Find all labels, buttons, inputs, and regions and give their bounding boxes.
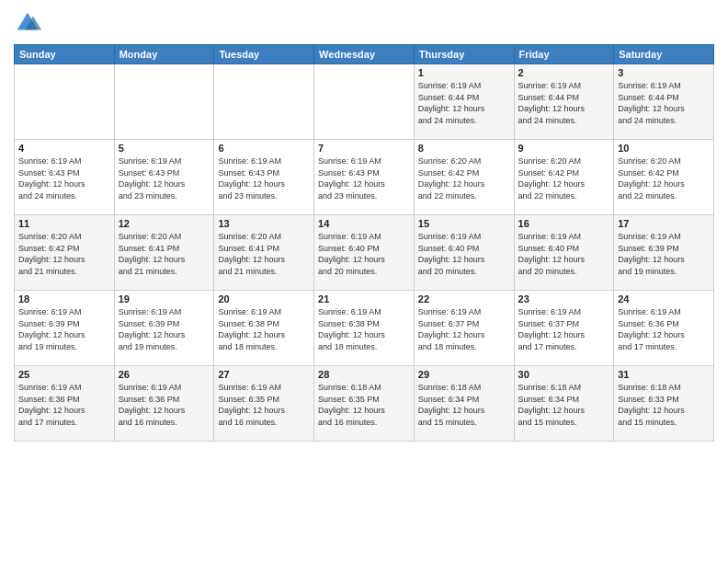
day-info: Sunrise: 6:19 AM Sunset: 6:43 PM Dayligh… <box>318 155 410 201</box>
day-number: 22 <box>418 293 510 304</box>
day-number: 28 <box>318 369 410 380</box>
day-cell <box>114 64 214 140</box>
day-info: Sunrise: 6:19 AM Sunset: 6:44 PM Dayligh… <box>618 80 710 126</box>
col-header-friday: Friday <box>514 45 614 64</box>
day-info: Sunrise: 6:19 AM Sunset: 6:36 PM Dayligh… <box>618 306 710 352</box>
day-cell: 26Sunrise: 6:19 AM Sunset: 6:36 PM Dayli… <box>114 366 214 442</box>
day-cell: 1Sunrise: 6:19 AM Sunset: 6:44 PM Daylig… <box>414 64 514 140</box>
day-cell: 19Sunrise: 6:19 AM Sunset: 6:39 PM Dayli… <box>114 291 214 366</box>
day-number: 9 <box>518 143 610 154</box>
day-info: Sunrise: 6:19 AM Sunset: 6:43 PM Dayligh… <box>119 155 210 201</box>
day-number: 13 <box>218 218 310 229</box>
day-number: 15 <box>418 218 510 229</box>
day-info: Sunrise: 6:19 AM Sunset: 6:37 PM Dayligh… <box>518 306 610 352</box>
day-number: 1 <box>418 67 510 78</box>
day-number: 24 <box>618 293 710 304</box>
day-cell: 24Sunrise: 6:19 AM Sunset: 6:36 PM Dayli… <box>614 291 714 366</box>
day-number: 23 <box>518 293 610 304</box>
day-number: 7 <box>318 143 410 154</box>
day-number: 4 <box>18 143 110 154</box>
day-cell: 29Sunrise: 6:18 AM Sunset: 6:34 PM Dayli… <box>414 366 514 442</box>
day-info: Sunrise: 6:19 AM Sunset: 6:35 PM Dayligh… <box>218 382 310 428</box>
logo-icon <box>14 9 41 37</box>
day-cell: 25Sunrise: 6:19 AM Sunset: 6:36 PM Dayli… <box>15 366 115 442</box>
day-cell: 21Sunrise: 6:19 AM Sunset: 6:38 PM Dayli… <box>314 291 415 366</box>
day-cell: 9Sunrise: 6:20 AM Sunset: 6:42 PM Daylig… <box>514 140 614 215</box>
day-cell: 5Sunrise: 6:19 AM Sunset: 6:43 PM Daylig… <box>114 140 214 215</box>
day-info: Sunrise: 6:19 AM Sunset: 6:36 PM Dayligh… <box>119 382 210 428</box>
day-cell: 4Sunrise: 6:19 AM Sunset: 6:43 PM Daylig… <box>15 140 115 215</box>
day-number: 21 <box>318 293 410 304</box>
day-number: 10 <box>618 143 710 154</box>
day-number: 5 <box>119 143 210 154</box>
day-info: Sunrise: 6:19 AM Sunset: 6:43 PM Dayligh… <box>218 155 310 201</box>
day-number: 20 <box>218 293 310 304</box>
day-info: Sunrise: 6:19 AM Sunset: 6:44 PM Dayligh… <box>518 80 610 126</box>
day-cell <box>214 64 314 140</box>
day-info: Sunrise: 6:19 AM Sunset: 6:40 PM Dayligh… <box>418 231 510 277</box>
day-cell: 27Sunrise: 6:19 AM Sunset: 6:35 PM Dayli… <box>214 366 314 442</box>
day-info: Sunrise: 6:18 AM Sunset: 6:34 PM Dayligh… <box>418 382 510 428</box>
day-cell: 18Sunrise: 6:19 AM Sunset: 6:39 PM Dayli… <box>15 291 115 366</box>
day-info: Sunrise: 6:19 AM Sunset: 6:38 PM Dayligh… <box>318 306 410 352</box>
day-info: Sunrise: 6:20 AM Sunset: 6:42 PM Dayligh… <box>418 155 510 201</box>
day-cell: 16Sunrise: 6:19 AM Sunset: 6:40 PM Dayli… <box>514 215 614 291</box>
calendar-table: SundayMondayTuesdayWednesdayThursdayFrid… <box>14 44 714 442</box>
day-number: 3 <box>618 67 710 78</box>
logo <box>14 9 45 37</box>
col-header-sunday: Sunday <box>15 45 115 64</box>
day-cell: 30Sunrise: 6:18 AM Sunset: 6:34 PM Dayli… <box>514 366 614 442</box>
day-info: Sunrise: 6:19 AM Sunset: 6:38 PM Dayligh… <box>218 306 310 352</box>
day-number: 6 <box>218 143 310 154</box>
day-cell: 14Sunrise: 6:19 AM Sunset: 6:40 PM Dayli… <box>314 215 415 291</box>
day-info: Sunrise: 6:19 AM Sunset: 6:40 PM Dayligh… <box>518 231 610 277</box>
day-cell: 28Sunrise: 6:18 AM Sunset: 6:35 PM Dayli… <box>314 366 415 442</box>
day-info: Sunrise: 6:20 AM Sunset: 6:42 PM Dayligh… <box>518 155 610 201</box>
day-cell: 11Sunrise: 6:20 AM Sunset: 6:42 PM Dayli… <box>15 215 115 291</box>
col-header-monday: Monday <box>114 45 214 64</box>
day-cell: 15Sunrise: 6:19 AM Sunset: 6:40 PM Dayli… <box>414 215 514 291</box>
day-info: Sunrise: 6:19 AM Sunset: 6:43 PM Dayligh… <box>18 155 110 201</box>
day-number: 2 <box>518 67 610 78</box>
col-header-tuesday: Tuesday <box>214 45 314 64</box>
day-number: 18 <box>18 293 110 304</box>
day-info: Sunrise: 6:18 AM Sunset: 6:34 PM Dayligh… <box>518 382 610 428</box>
week-row-4: 18Sunrise: 6:19 AM Sunset: 6:39 PM Dayli… <box>15 291 714 366</box>
week-row-3: 11Sunrise: 6:20 AM Sunset: 6:42 PM Dayli… <box>15 215 714 291</box>
day-cell: 13Sunrise: 6:20 AM Sunset: 6:41 PM Dayli… <box>214 215 314 291</box>
day-info: Sunrise: 6:20 AM Sunset: 6:41 PM Dayligh… <box>119 231 210 277</box>
day-cell: 8Sunrise: 6:20 AM Sunset: 6:42 PM Daylig… <box>414 140 514 215</box>
day-info: Sunrise: 6:20 AM Sunset: 6:42 PM Dayligh… <box>618 155 710 201</box>
week-row-2: 4Sunrise: 6:19 AM Sunset: 6:43 PM Daylig… <box>15 140 714 215</box>
day-info: Sunrise: 6:19 AM Sunset: 6:39 PM Dayligh… <box>119 306 210 352</box>
day-info: Sunrise: 6:19 AM Sunset: 6:39 PM Dayligh… <box>618 231 710 277</box>
day-number: 8 <box>418 143 510 154</box>
day-cell: 2Sunrise: 6:19 AM Sunset: 6:44 PM Daylig… <box>514 64 614 140</box>
day-cell: 22Sunrise: 6:19 AM Sunset: 6:37 PM Dayli… <box>414 291 514 366</box>
day-number: 27 <box>218 369 310 380</box>
day-number: 14 <box>318 218 410 229</box>
col-header-thursday: Thursday <box>414 45 514 64</box>
col-header-wednesday: Wednesday <box>314 45 415 64</box>
day-number: 25 <box>18 369 110 380</box>
day-cell: 23Sunrise: 6:19 AM Sunset: 6:37 PM Dayli… <box>514 291 614 366</box>
day-cell: 10Sunrise: 6:20 AM Sunset: 6:42 PM Dayli… <box>614 140 714 215</box>
week-row-5: 25Sunrise: 6:19 AM Sunset: 6:36 PM Dayli… <box>15 366 714 442</box>
day-cell: 3Sunrise: 6:19 AM Sunset: 6:44 PM Daylig… <box>614 64 714 140</box>
header <box>14 9 714 37</box>
day-info: Sunrise: 6:18 AM Sunset: 6:35 PM Dayligh… <box>318 382 410 428</box>
day-cell: 6Sunrise: 6:19 AM Sunset: 6:43 PM Daylig… <box>214 140 314 215</box>
day-cell: 20Sunrise: 6:19 AM Sunset: 6:38 PM Dayli… <box>214 291 314 366</box>
day-number: 19 <box>119 293 210 304</box>
day-number: 17 <box>618 218 710 229</box>
day-number: 30 <box>518 369 610 380</box>
col-header-saturday: Saturday <box>614 45 714 64</box>
day-number: 11 <box>18 218 110 229</box>
day-number: 26 <box>119 369 210 380</box>
day-cell: 7Sunrise: 6:19 AM Sunset: 6:43 PM Daylig… <box>314 140 415 215</box>
day-info: Sunrise: 6:19 AM Sunset: 6:40 PM Dayligh… <box>318 231 410 277</box>
day-info: Sunrise: 6:20 AM Sunset: 6:42 PM Dayligh… <box>18 231 110 277</box>
header-row: SundayMondayTuesdayWednesdayThursdayFrid… <box>15 45 714 64</box>
day-info: Sunrise: 6:20 AM Sunset: 6:41 PM Dayligh… <box>218 231 310 277</box>
day-cell: 31Sunrise: 6:18 AM Sunset: 6:33 PM Dayli… <box>614 366 714 442</box>
